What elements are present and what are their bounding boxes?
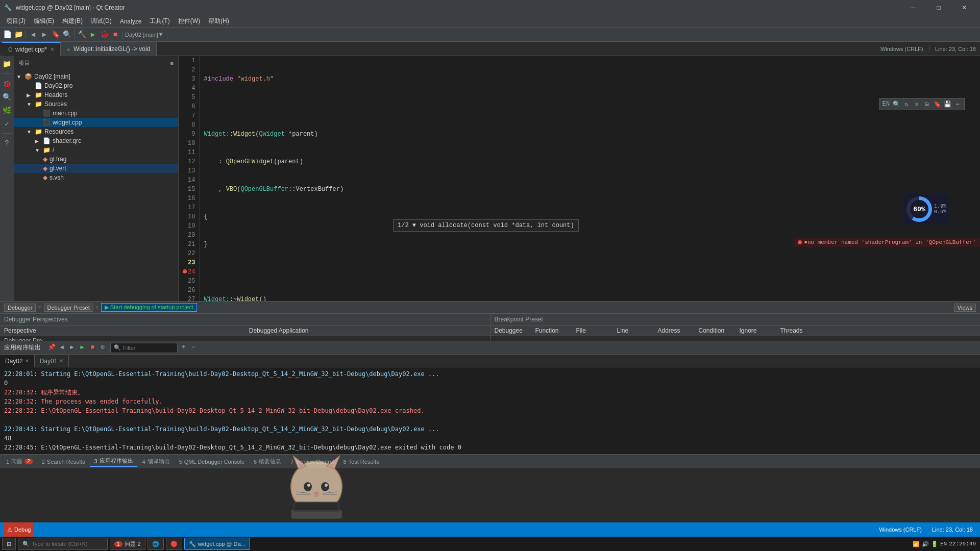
debugger-btn[interactable]: Debugger	[4, 304, 36, 312]
svg-rect-16	[295, 503, 338, 510]
headers-label: Headers	[44, 91, 67, 98]
out-line-8: 48	[4, 434, 976, 443]
tab-day02-close[interactable]: ✕	[25, 358, 29, 364]
sidebar-debug-icon[interactable]: 🐞	[2, 78, 13, 89]
tree-shader-qrc[interactable]: ▶ 📄 shader.qrc	[14, 136, 178, 145]
minimize-button[interactable]: ─	[901, 0, 925, 15]
tab-day02-label: Day02	[5, 358, 23, 365]
sidebar-files-icon[interactable]: 📁	[2, 58, 13, 69]
start-debug-btn[interactable]: ▶ Start debugging of startup project	[101, 303, 197, 312]
output-back-icon[interactable]: ◀	[57, 343, 66, 352]
tab-widget-cpp[interactable]: C widget.cpp* ✕	[2, 42, 61, 56]
bookmark-icon[interactable]: 🔖	[51, 30, 61, 40]
tree-gl-vert[interactable]: ◆ gl.vert	[14, 164, 178, 173]
taskbar-issues-badge: 1	[114, 541, 122, 547]
menu-analyze[interactable]: Analyze	[116, 17, 146, 26]
out-line-2: 0	[4, 379, 976, 388]
output-forward-icon[interactable]: ▶	[67, 343, 77, 352]
btt-output[interactable]: 3 应用程序输出	[90, 456, 137, 467]
search-icon[interactable]: 🔍	[62, 30, 72, 40]
debug-icon[interactable]: 🐞	[99, 30, 109, 40]
menu-tools[interactable]: 工具(T)	[145, 16, 174, 27]
tree-sources-folder[interactable]: ▼ 📁 Sources	[14, 99, 178, 109]
tab-function-sig[interactable]: ⬦ Widget::initializeGL() -> void	[61, 42, 157, 56]
sidebar-help-icon[interactable]: ?	[2, 138, 13, 149]
btt-issues[interactable]: 1 问题 2	[2, 457, 37, 466]
btt-compile[interactable]: 4 编译输出	[138, 457, 174, 466]
back-icon[interactable]: ◀	[28, 30, 38, 40]
btt-qml[interactable]: 5 QML Debugger Console	[175, 458, 249, 466]
sidebar-search-icon[interactable]: 🔍	[2, 91, 13, 103]
dp-col-app: Debugged Application	[245, 325, 490, 336]
menu-edit[interactable]: 编辑(E)	[30, 16, 58, 27]
tray-lang: EN	[940, 541, 947, 547]
output-run-icon[interactable]: ▶	[78, 343, 87, 352]
status-encoding[interactable]: Windows (CRLF)	[876, 522, 925, 537]
svg-point-5	[304, 482, 312, 491]
taskbar-search[interactable]: 🔍	[18, 538, 108, 550]
tree-s-vsh[interactable]: ◆ s.vsh	[14, 173, 178, 182]
tree-main-cpp[interactable]: ⬛ main.cpp	[14, 109, 178, 118]
toolbar-spacer: ▼	[159, 32, 163, 38]
tree-project-root[interactable]: ▼ 📦 Day02 [main]	[14, 72, 178, 81]
btt-search[interactable]: 2 Search Results	[38, 458, 89, 466]
taskbar-browser[interactable]: 🌐	[148, 538, 164, 550]
tree-day02pro[interactable]: 📄 Day02.pro	[14, 81, 178, 90]
tree-resources-folder[interactable]: ▼ 📁 Resources	[14, 127, 178, 136]
close-button[interactable]: ✕	[952, 0, 976, 15]
sep1: |	[927, 45, 931, 53]
tree-gl-frag[interactable]: ◆ gl.frag	[14, 155, 178, 164]
menu-debug[interactable]: 调试(D)	[87, 16, 116, 27]
taskbar-start[interactable]: ⊞	[2, 538, 16, 550]
widget-cpp-icon: ⬛	[43, 119, 51, 126]
filter-input[interactable]	[123, 345, 174, 351]
forward-icon[interactable]: ▶	[39, 30, 50, 40]
dp-title: Debugger Perspectives	[4, 316, 68, 323]
function-tab-icon: ⬦	[67, 46, 70, 52]
output-settings-icon[interactable]: ⚙	[98, 343, 107, 352]
code-lines[interactable]: #include "widget.h" Widget::Widget(QWidg…	[200, 56, 980, 301]
status-line-col[interactable]: Line: 23, Col: 18	[929, 522, 976, 537]
ln-10: 10	[183, 139, 195, 148]
output-add-icon[interactable]: +	[179, 343, 188, 352]
output-tab-day01[interactable]: Day01 ✕	[35, 355, 69, 367]
output-minus-icon[interactable]: −	[189, 343, 198, 352]
ln-14: 14	[183, 176, 195, 185]
ln-16: 16	[183, 194, 195, 203]
bp-col-line: Line	[613, 325, 654, 336]
tree-widget-cpp[interactable]: ⬛ widget.cpp	[14, 118, 178, 127]
menu-help[interactable]: 帮助(H)	[204, 16, 233, 27]
tab-close-widget[interactable]: ✕	[50, 46, 54, 52]
output-stop-icon[interactable]: ■	[88, 343, 97, 352]
menu-build[interactable]: 构建(B)	[58, 16, 87, 27]
views-btn[interactable]: Views	[954, 304, 976, 312]
taskbar-issues[interactable]: 1 问题 2	[110, 538, 145, 550]
start-icon: ⊞	[7, 541, 11, 547]
sidebar-tasks-icon[interactable]: ✓	[2, 118, 13, 129]
open-icon[interactable]: 📁	[13, 30, 23, 40]
output-tab-day02[interactable]: Day02 ✕	[0, 355, 35, 367]
run-icon[interactable]: ▶	[88, 30, 98, 40]
sidebar-git-icon[interactable]: 🌿	[2, 105, 13, 116]
file-panel-menu-icon[interactable]: ≡	[170, 60, 174, 66]
gl-frag-label: gl.frag	[50, 156, 66, 163]
new-file-icon[interactable]: 📄	[2, 30, 12, 40]
locate-input[interactable]	[32, 541, 103, 547]
tree-root-folder[interactable]: ▼ 📁 /	[14, 145, 178, 155]
build-icon[interactable]: 🔨	[77, 30, 87, 40]
menu-project[interactable]: 项目(J)	[2, 16, 30, 27]
resources-label: Resources	[44, 128, 74, 135]
stop-icon[interactable]: ■	[110, 30, 120, 40]
taskbar-chrome[interactable]: 🔴	[166, 538, 182, 550]
menu-widgets[interactable]: 控件(W)	[174, 16, 204, 27]
output-pin-icon[interactable]: 📌	[47, 343, 56, 352]
tree-headers-folder[interactable]: ▶ 📁 Headers	[14, 90, 178, 99]
btt-1-label: 问题	[11, 458, 22, 465]
taskbar-qtcreator[interactable]: 🔧 widget.cpp @ Da...	[184, 538, 250, 550]
tab-day01-close[interactable]: ✕	[59, 358, 63, 364]
maximize-button[interactable]: □	[927, 0, 950, 15]
main-cpp-label: main.cpp	[53, 110, 78, 117]
debugger-preset-btn[interactable]: Debugger Preset	[44, 304, 93, 312]
tray-time: 22:29:49	[949, 541, 976, 547]
status-error-item[interactable]: ⚠ Debug	[4, 522, 34, 537]
